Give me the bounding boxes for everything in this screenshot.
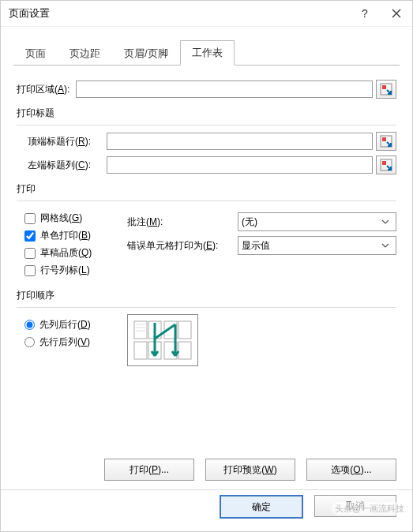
window-title: 页面设置 [9,6,349,21]
svg-rect-5 [382,161,386,165]
draft-input[interactable] [24,248,36,259]
watermark: 头条@一画流科技 [332,502,407,515]
errors-label: 错误单元格打印为(E): [127,239,238,253]
svg-rect-9 [178,321,191,339]
page-order-heading: 打印顺序 [17,289,396,302]
left-cols-picker[interactable] [376,155,396,174]
svg-rect-10 [134,342,147,359]
print-area-row: 打印区域(A): [17,80,396,99]
print-preview-button[interactable]: 打印预览(W) [205,459,295,481]
top-rows-picker[interactable] [376,132,396,151]
comments-select[interactable]: (无) [238,212,396,231]
over-then-down-radio[interactable]: 先行后列(V) [24,335,127,349]
close-icon [392,9,401,18]
svg-rect-13 [178,342,191,359]
row-col-headings-input[interactable] [24,265,36,276]
range-picker-icon [380,135,392,148]
print-titles-heading: 打印标题 [17,107,396,120]
tab-page[interactable]: 页面 [13,41,58,66]
tab-margins[interactable]: 页边距 [58,41,112,66]
gridlines-checkbox[interactable]: 网格线(G) [24,212,127,225]
left-cols-input[interactable] [107,156,373,174]
titlebar: 页面设置 ? [1,1,412,27]
print-area-input[interactable] [76,81,373,98]
top-rows-label: 顶端标题行(R): [28,135,107,148]
page-order-preview [127,314,198,366]
top-rows-row: 顶端标题行(R): [28,132,396,151]
action-buttons: 打印(P)... 打印预览(W) 选项(O)... [104,459,396,481]
comments-label: 批注(M): [127,215,238,229]
print-button[interactable]: 打印(P)... [104,459,194,481]
draft-checkbox[interactable]: 草稿品质(Q) [24,246,127,260]
tab-bar: 页面 页边距 页眉/页脚 工作表 [13,39,400,66]
errors-value: 显示值 [242,239,270,253]
options-button[interactable]: 选项(O)... [306,459,396,481]
help-button[interactable]: ? [349,1,381,26]
chevron-down-icon [378,243,392,248]
print-area-picker[interactable] [376,80,396,99]
over-then-down-input[interactable] [24,337,35,347]
black-white-checkbox[interactable]: 单色打印(B) [24,229,127,242]
svg-rect-3 [382,137,386,141]
errors-select[interactable]: 显示值 [238,236,396,255]
range-picker-icon [380,83,392,96]
down-then-over-radio[interactable]: 先列后行(D) [24,318,127,332]
dialog-body: 打印区域(A): 打印标题 顶端标题行(R): 左端标题列 [1,66,412,366]
left-cols-row: 左端标题列(C): [28,155,396,174]
tab-sheet[interactable]: 工作表 [180,40,235,66]
chevron-down-icon [378,219,392,224]
svg-rect-6 [134,321,147,339]
down-then-over-input[interactable] [24,320,35,330]
page-setup-dialog: 页面设置 ? 页面 页边距 页眉/页脚 工作表 打印区域(A): 打印标题 [0,0,413,532]
svg-rect-1 [382,85,386,89]
comments-value: (无) [242,215,257,229]
black-white-input[interactable] [24,230,36,242]
row-col-headings-checkbox[interactable]: 行号列标(L) [24,264,127,277]
tab-header-footer[interactable]: 页眉/页脚 [112,41,180,66]
range-picker-icon [380,159,392,171]
left-cols-label: 左端标题列(C): [28,159,107,172]
close-button[interactable] [381,1,412,26]
ok-button[interactable]: 确定 [220,495,303,519]
gridlines-input[interactable] [24,213,36,224]
page-order-icon [131,318,194,362]
top-rows-input[interactable] [107,133,373,150]
print-area-label: 打印区域(A): [17,83,69,96]
print-heading: 打印 [17,182,396,196]
